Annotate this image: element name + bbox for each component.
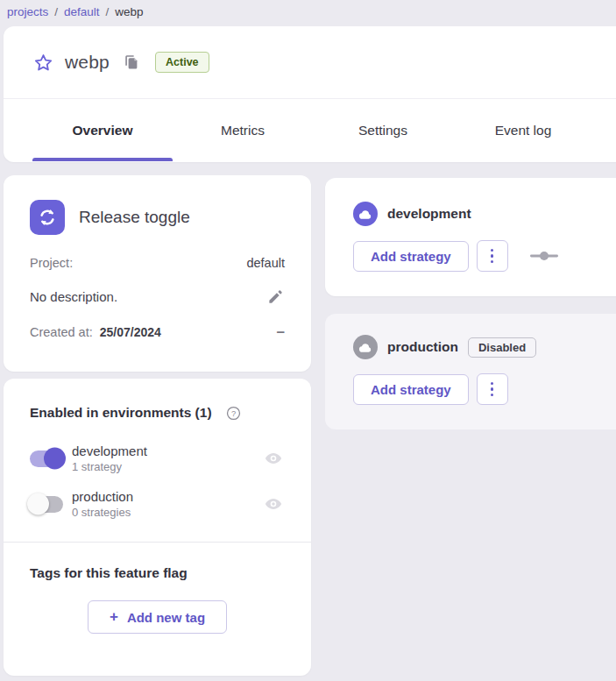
breadcrumb-separator: / (54, 5, 58, 18)
add-strategy-button[interactable]: Add strategy (353, 374, 469, 405)
feature-type-row: Release toggle (30, 200, 285, 235)
tab-event-log[interactable]: Event log (453, 123, 593, 138)
eye-icon[interactable] (262, 447, 285, 470)
feature-header-card: webp Active Overview Metrics Settings Ev… (4, 26, 616, 162)
tab-settings[interactable]: Settings (313, 123, 453, 138)
created-at-label: Created at: (30, 325, 93, 339)
description-row: No description. (30, 287, 285, 306)
created-at-row: Created at: 25/07/2024 – (30, 325, 285, 339)
collapse-dash-icon: – (277, 328, 285, 337)
tab-metrics[interactable]: Metrics (173, 123, 313, 138)
page-title: webp (65, 52, 110, 73)
strategy-connector-icon (530, 251, 558, 261)
environment-row-development: development 1 strategy (30, 443, 285, 473)
status-badge: Active (155, 52, 209, 73)
tab-bar: Overview Metrics Settings Event log (4, 99, 616, 161)
project-row: Project: default (30, 256, 285, 270)
production-toggle[interactable] (30, 496, 63, 513)
add-new-tag-label: Add new tag (127, 610, 205, 625)
breadcrumb-link-projects[interactable]: projects (7, 5, 48, 18)
development-toggle[interactable] (30, 450, 63, 467)
environment-name: development (72, 443, 262, 458)
plus-icon: + (110, 608, 118, 626)
svg-text:?: ? (231, 408, 236, 417)
more-options-kebab-button[interactable] (477, 373, 508, 405)
environment-strategy-count: 1 strategy (72, 460, 262, 473)
breadcrumb-separator: / (106, 5, 110, 18)
project-value: default (246, 256, 285, 270)
eye-icon[interactable] (262, 493, 285, 515)
active-tab-indicator (32, 158, 173, 161)
tags-section: Tags for this feature flag + Add new tag (4, 542, 311, 634)
environment-strategy-count: 0 strategies (72, 506, 262, 519)
tab-overview[interactable]: Overview (32, 123, 173, 138)
add-strategy-button[interactable]: Add strategy (353, 241, 469, 272)
development-environment-panel: development Add strategy (325, 178, 616, 296)
add-new-tag-button[interactable]: + Add new tag (88, 600, 227, 634)
sync-icon (30, 200, 65, 235)
environment-panel-name: production (387, 339, 458, 355)
title-row: webp Active (4, 26, 616, 99)
production-environment-panel: production Disabled Add strategy (325, 314, 616, 429)
environment-row-production: production 0 strategies (30, 489, 285, 519)
cloud-environment-icon (353, 335, 378, 359)
created-at-value: 25/07/2024 (100, 325, 161, 339)
disabled-badge: Disabled (468, 337, 536, 358)
cloud-environment-icon (353, 202, 378, 226)
environment-panel-name: development (387, 206, 471, 222)
breadcrumb: projects / default / webp (7, 0, 144, 23)
environments-card: Enabled in environments (1) ? developmen… (4, 379, 311, 676)
environment-name: production (72, 489, 262, 504)
tags-heading: Tags for this feature flag (30, 565, 285, 581)
description-text: No description. (30, 289, 117, 304)
favorite-star-icon[interactable] (32, 52, 53, 73)
feature-type-label: Release toggle (79, 208, 190, 227)
environments-heading: Enabled in environments (1) (30, 405, 212, 421)
copy-name-icon[interactable] (123, 53, 140, 71)
project-label: Project: (30, 256, 73, 270)
breadcrumb-current: webp (115, 5, 143, 18)
more-options-kebab-button[interactable] (477, 240, 508, 272)
edit-description-pencil-icon[interactable] (266, 287, 285, 306)
help-icon[interactable]: ? (224, 403, 244, 422)
feature-flag-overview-page: projects / default / webp webp Active Ov… (0, 0, 616, 681)
feature-details-card: Release toggle Project: default No descr… (4, 175, 311, 372)
breadcrumb-link-default[interactable]: default (64, 5, 100, 18)
